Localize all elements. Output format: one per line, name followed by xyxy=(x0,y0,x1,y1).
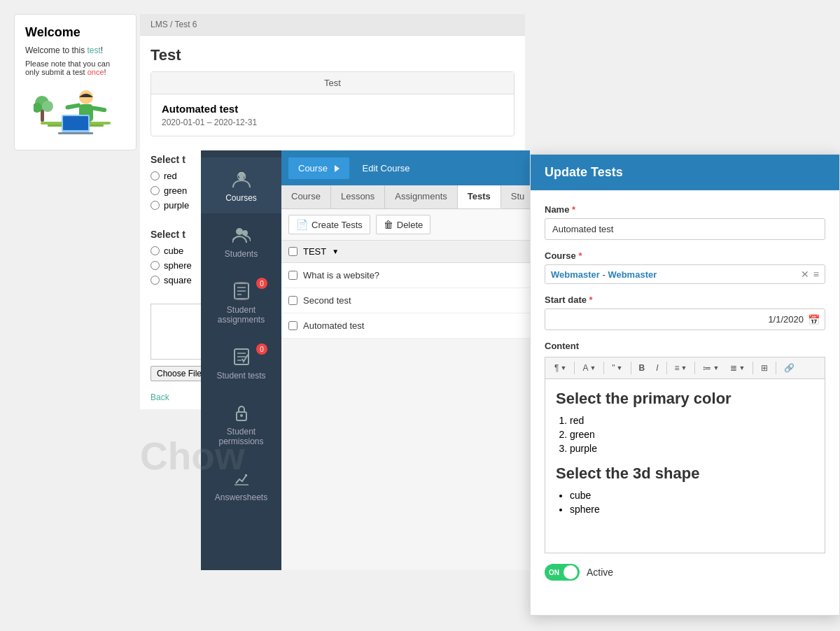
delete-button[interactable]: 🗑 Delete xyxy=(376,215,431,234)
bold-btn[interactable]: B xyxy=(634,360,650,376)
student-permissions-icon xyxy=(230,402,253,424)
align-btn[interactable]: ≡ ▼ xyxy=(670,360,692,376)
update-panel-body: Name * Course * Webmaster - Webmaster ✕ … xyxy=(531,190,839,595)
start-date-required: * xyxy=(589,295,593,305)
row-1-checkbox[interactable] xyxy=(288,271,298,280)
sidebar-item-courses[interactable]: Courses xyxy=(201,157,281,213)
name-form-group: Name * xyxy=(545,204,825,240)
toggle-row: ON Active xyxy=(545,564,825,581)
tab-edit-course[interactable]: Edit Course xyxy=(353,157,420,179)
editor-sep-4 xyxy=(666,362,667,374)
table-btn[interactable]: ⊞ xyxy=(756,360,773,376)
welcome-illustration xyxy=(25,83,125,139)
start-date-label: Start date * xyxy=(545,295,825,305)
update-panel-header: Update Tests xyxy=(531,155,839,190)
paragraph-btn[interactable]: ¶ ▼ xyxy=(550,360,571,376)
update-tests-panel: Update Tests Name * Course * Webmaster -… xyxy=(530,154,840,616)
editor-h1: Select the primary color xyxy=(556,390,814,408)
calendar-icon: 📅 xyxy=(808,314,820,325)
ordered-list-btn[interactable]: ≔ ▼ xyxy=(698,360,724,376)
editor-content[interactable]: Select the primary color red green purpl… xyxy=(545,378,825,553)
list-item: green xyxy=(570,429,814,440)
radio-sphere-input[interactable] xyxy=(150,261,160,270)
radio-red-input[interactable] xyxy=(150,171,160,180)
tab-lessons[interactable]: Lessons xyxy=(331,185,385,208)
sidebar-item-student-tests[interactable]: 0 Student tests xyxy=(201,335,281,391)
tab-course[interactable]: Course xyxy=(288,157,349,179)
welcome-panel: Welcome Welcome to this test! Please not… xyxy=(14,14,136,150)
course-main: Webmaster xyxy=(551,269,600,280)
editor-sep-3 xyxy=(631,362,631,374)
toggle-on-label: ON xyxy=(549,569,559,576)
radio-square-input[interactable] xyxy=(150,276,160,285)
sidebar-item-student-assignments[interactable]: 0 Student assignments xyxy=(201,269,281,335)
list-item: sphere xyxy=(570,504,814,515)
course-tag-label: Webmaster - Webmaster xyxy=(551,269,657,280)
unordered-list-btn[interactable]: ≣ ▼ xyxy=(725,360,750,376)
editor-sep-5 xyxy=(694,362,695,374)
svg-rect-7 xyxy=(63,116,88,130)
test-col-arrow[interactable]: ▼ xyxy=(332,248,339,255)
course-tag: Webmaster - Webmaster ✕ ≡ xyxy=(545,264,825,284)
row-2-name[interactable]: Second test xyxy=(303,295,351,306)
test-card-header: Test xyxy=(151,72,514,94)
svg-point-20 xyxy=(242,230,248,236)
row-3-name[interactable]: Automated test xyxy=(303,320,364,331)
tab-course-sub[interactable]: Course xyxy=(281,185,331,208)
tab-tests[interactable]: Tests xyxy=(458,185,501,208)
courses-label: Courses xyxy=(225,193,257,203)
radio-green-input[interactable] xyxy=(150,186,160,195)
breadcrumb-lms[interactable]: LMS xyxy=(150,20,168,29)
delete-icon: 🗑 xyxy=(384,219,393,230)
sidebar: Courses Students 0 St xyxy=(201,150,281,570)
test-card: Test Automated test 2020-01-01 – 2020-12… xyxy=(150,71,514,136)
toolbar: 📄 Create Tests 🗑 Delete xyxy=(281,209,530,241)
delete-label: Delete xyxy=(397,220,424,230)
tabs-nav: Course Lessons Assignments Tests Stu xyxy=(281,185,530,209)
svg-rect-8 xyxy=(58,132,93,134)
sidebar-item-students[interactable]: Students xyxy=(201,213,281,269)
students-label: Students xyxy=(225,249,258,259)
tab-assignments[interactable]: Assignments xyxy=(385,185,457,208)
svg-rect-5 xyxy=(90,106,106,113)
quote-btn[interactable]: " ▼ xyxy=(607,360,627,376)
course-remove-icon[interactable]: ✕ xyxy=(801,269,809,280)
course-area: Course Edit Course Course Lessons Assign… xyxy=(281,150,530,570)
create-tests-button[interactable]: 📄 Create Tests xyxy=(288,215,370,234)
row-2-checkbox[interactable] xyxy=(288,296,298,305)
select-all-checkbox[interactable] xyxy=(288,247,298,256)
welcome-link[interactable]: test xyxy=(87,45,100,55)
brush-btn[interactable]: A ▼ xyxy=(578,360,601,376)
italic-btn[interactable]: I xyxy=(651,360,663,376)
student-assignments-label: Student assignments xyxy=(204,305,278,325)
radio-purple-input[interactable] xyxy=(150,201,160,210)
svg-rect-4 xyxy=(65,103,81,110)
test-list: TEST ▼ What is a website? Second test Au… xyxy=(281,241,530,339)
course-tag-actions: ✕ ≡ xyxy=(801,269,819,280)
link-btn[interactable]: 🔗 xyxy=(779,360,799,376)
radio-purple-label: purple xyxy=(164,200,189,211)
course-list-icon[interactable]: ≡ xyxy=(813,269,819,280)
editor-h2: Select the 3d shape xyxy=(556,465,814,483)
student-tests-label: Student tests xyxy=(216,371,265,381)
radio-cube-input[interactable] xyxy=(150,246,160,255)
course-header: Course Edit Course xyxy=(281,150,530,185)
edit-course-tab-label: Edit Course xyxy=(363,163,410,173)
choose-file-button[interactable]: Choose File xyxy=(150,366,208,381)
test-card-name: Automated test xyxy=(162,103,503,115)
table-row: Automated test xyxy=(281,313,530,339)
content-form-group: Content ¶ ▼ A ▼ " ▼ B I ≡ ▼ ≔ ▼ ≣ ▼ ⊞ 🔗 xyxy=(545,341,825,553)
svg-point-30 xyxy=(240,414,243,417)
row-3-checkbox[interactable] xyxy=(288,321,298,330)
name-label: Name * xyxy=(545,204,825,215)
active-toggle[interactable]: ON xyxy=(545,564,580,581)
shape-list: cube sphere xyxy=(570,490,814,515)
start-date-input[interactable] xyxy=(545,309,825,330)
breadcrumb-test: Test 6 xyxy=(174,20,197,29)
radio-square-label: square xyxy=(164,275,192,285)
name-input[interactable] xyxy=(545,218,825,240)
student-assignments-icon xyxy=(230,280,253,302)
editor-sep-2 xyxy=(603,362,604,374)
editor-sep-6 xyxy=(752,362,753,374)
row-1-name[interactable]: What is a website? xyxy=(303,270,379,281)
